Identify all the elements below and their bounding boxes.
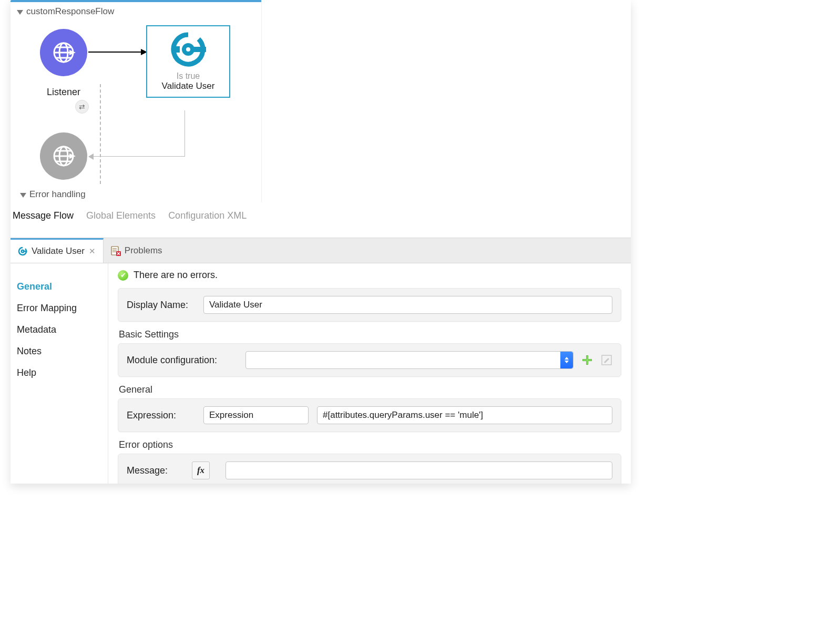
problems-icon [111,246,120,255]
fx-toggle-button[interactable]: fx [192,461,210,479]
error-options-title: Error options [118,439,621,454]
side-nav-notes[interactable]: Notes [17,341,101,362]
globe-arrow-icon [50,39,77,66]
group-error-options: Message: fx [118,454,621,484]
side-nav-error-mapping[interactable]: Error Mapping [17,298,101,319]
message-input[interactable] [226,461,612,479]
general-section-title: General [118,384,621,398]
globe-arrow-grey-icon [50,143,77,169]
select-stepper-icon [259,407,308,423]
module-config-select[interactable] [245,351,573,369]
expression-mode-value: Expression [209,410,259,420]
side-nav-metadata[interactable]: Metadata [17,319,101,341]
close-icon[interactable]: ✕ [89,247,96,256]
display-name-label: Display Name: [127,300,195,311]
svg-rect-16 [23,251,27,252]
exchange-badge-icon: ⇄ [75,100,89,114]
display-name-input[interactable] [203,296,612,314]
properties-side-nav: General Error Mapping Metadata Notes Hel… [11,263,108,484]
connector-horizontal [93,156,185,157]
flow-canvas[interactable]: customResponseFlow ⇄ Listener [11,0,262,202]
app-frame: customResponseFlow ⇄ Listener [11,0,631,484]
panel-tab-problems[interactable]: Problems [104,238,170,263]
svg-rect-8 [172,46,180,53]
ok-check-icon: ✔ [118,270,128,281]
status-text: There are no errors. [134,270,218,281]
tab-configuration-xml[interactable]: Configuration XML [168,210,247,221]
panel-tab-bar: Validate User ✕ Problems [11,238,631,263]
properties-form: ✔ There are no errors. Display Name: Bas… [108,263,631,484]
group-general: Expression: Expression [118,398,621,432]
select-stepper-icon [560,352,573,368]
validate-label: Validate User [150,81,226,91]
error-response-icon [40,132,87,180]
flow-header[interactable]: customResponseFlow [11,2,261,21]
edit-config-button[interactable] [601,354,612,366]
panel-body: General Error Mapping Metadata Notes Hel… [11,263,631,484]
group-display-name: Display Name: [118,288,621,322]
node-validate-user[interactable]: Is true Validate User [146,25,230,98]
message-label: Message: [127,465,183,476]
tab-message-flow[interactable]: Message Flow [13,210,74,221]
flow-name: customResponseFlow [26,6,114,17]
editor-tab-bar: Message Flow Global Elements Configurati… [11,207,249,224]
plus-icon [582,355,592,365]
properties-panel: Validate User ✕ Problems [11,238,631,484]
side-nav-general[interactable]: General [17,276,101,298]
edit-pencil-icon [601,355,612,365]
basic-settings-title: Basic Settings [118,329,621,343]
validation-module-icon [18,247,27,256]
node-error-response[interactable] [35,132,93,180]
collapse-triangle-icon[interactable] [20,193,26,198]
validate-icon [169,30,207,68]
panel-tab-label: Problems [125,245,162,256]
group-basic-settings: Module configuration: [118,343,621,377]
validation-status: ✔ There are no errors. [118,269,621,288]
connector-arrow [88,52,146,53]
side-nav-help[interactable]: Help [17,362,101,384]
validation-module-icon [169,30,207,68]
panel-tab-validate-user[interactable]: Validate User ✕ [11,238,104,263]
connector-down [185,110,185,157]
flow-divider-dashed [100,84,101,184]
error-handling-section[interactable]: Error handling [20,189,86,200]
listener-label: Listener [35,87,93,98]
listener-icon [40,29,87,76]
tab-global-elements[interactable]: Global Elements [86,210,156,221]
error-handling-label: Error handling [29,189,86,200]
svg-rect-7 [190,47,206,52]
expression-label: Expression: [127,410,195,421]
add-config-button[interactable] [582,355,592,365]
module-config-label: Module configuration: [127,355,237,366]
node-listener[interactable]: ⇄ Listener [35,29,93,98]
expression-input[interactable] [317,406,612,424]
validate-subtitle: Is true [150,71,226,81]
collapse-triangle-icon[interactable] [17,10,23,15]
expression-mode-select[interactable]: Expression [203,406,309,424]
panel-tab-label: Validate User [32,246,85,257]
svg-rect-25 [583,360,592,361]
